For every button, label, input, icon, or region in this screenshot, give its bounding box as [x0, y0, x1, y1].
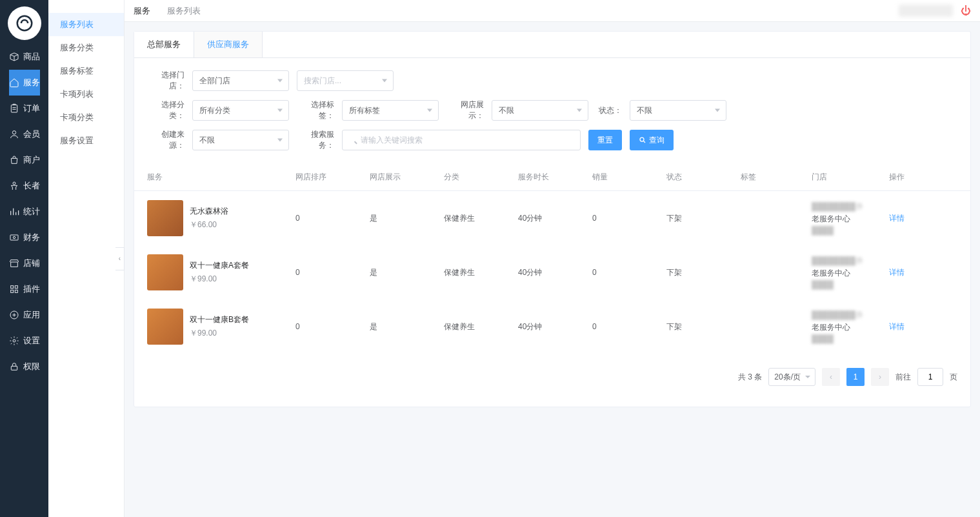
mainnav-item-4[interactable]: 商户	[9, 147, 40, 173]
lock-icon	[9, 361, 19, 372]
logout-icon[interactable]: ⏻	[961, 5, 971, 17]
filter-source-label: 创建来源：	[147, 129, 185, 151]
clipboard-icon	[9, 103, 19, 114]
collapse-handle[interactable]: ‹	[115, 247, 125, 270]
mainnav-item-2[interactable]: 订单	[9, 96, 40, 121]
svg-point-0	[17, 16, 32, 31]
mainnav-item-5[interactable]: 长者	[9, 173, 40, 199]
filter-search-input[interactable]	[342, 130, 581, 150]
user-info	[899, 5, 953, 17]
subnav-item-4[interactable]: 卡项分类	[48, 106, 124, 129]
gear-icon	[9, 336, 19, 346]
svg-point-13	[640, 137, 644, 141]
mainnav-item-8[interactable]: 店铺	[9, 250, 40, 276]
cube-icon	[9, 52, 19, 62]
pagination: 共 3 条 20条/页 ‹ 1 › 前往 页	[134, 354, 970, 407]
tabs: 总部服务供应商服务	[134, 32, 970, 58]
subnav-item-1[interactable]: 服务分类	[48, 36, 124, 59]
svg-rect-4	[10, 235, 18, 240]
table-row: 双十一健康A套餐￥99.000是保健养生40分钟0下架████████养老服务中…	[134, 245, 970, 299]
mainnav-item-11[interactable]: 设置	[9, 328, 40, 354]
mainnav-item-9[interactable]: 插件	[9, 276, 40, 302]
filter-shop-select[interactable]: 不限	[492, 100, 588, 121]
filter-shop-label: 网店展示：	[446, 99, 484, 121]
sub-nav: 服务列表服务分类服务标签卡项列表卡项分类服务设置 ‹	[48, 0, 125, 517]
svg-rect-1	[11, 105, 17, 112]
tab-0[interactable]: 总部服务	[134, 32, 194, 57]
detail-link[interactable]: 详情	[889, 214, 905, 223]
mainnav-item-10[interactable]: 应用	[9, 302, 40, 328]
pager-prev[interactable]: ‹	[822, 368, 840, 386]
mainnav-item-7[interactable]: 财务	[9, 225, 40, 250]
filter-store-label: 选择门店：	[147, 70, 185, 92]
pager-goto-suffix: 页	[950, 372, 957, 383]
table-header: 服务 网店排序 网店展示 分类 服务时长 销量 状态 标签 门店 操作	[134, 164, 970, 191]
service-thumb	[147, 309, 183, 345]
mainnav-item-12[interactable]: 权限	[9, 354, 40, 380]
user-icon	[9, 129, 19, 139]
service-name: 双十一健康A套餐	[190, 260, 249, 271]
filter-cat-select[interactable]: 所有分类	[192, 100, 289, 121]
mainnav-item-6[interactable]: 统计	[9, 199, 40, 225]
service-thumb	[147, 200, 183, 236]
detail-link[interactable]: 详情	[889, 268, 905, 277]
filter-status-label: 状态：	[596, 105, 622, 116]
query-button[interactable]: 查询	[630, 130, 674, 150]
tab-1[interactable]: 供应商服务	[194, 32, 263, 57]
service-price: ￥99.00	[190, 328, 249, 339]
mainnav-item-1[interactable]: 服务	[9, 70, 40, 96]
filter-tag-select[interactable]: 所有标签	[342, 100, 439, 121]
table-row: 无水森林浴￥66.000是保健养生40分钟0下架████████养老服务中心██…	[134, 191, 970, 245]
money-icon	[9, 232, 19, 243]
svg-rect-8	[10, 290, 13, 292]
detail-link[interactable]: 详情	[889, 322, 905, 331]
svg-rect-7	[15, 286, 17, 289]
filter-cat-label: 选择分类：	[147, 99, 185, 121]
elder-icon	[9, 181, 19, 191]
subnav-item-0[interactable]: 服务列表	[48, 13, 124, 36]
logo	[8, 6, 41, 40]
bars-icon	[9, 207, 19, 217]
svg-rect-9	[15, 290, 17, 292]
pager-page-1[interactable]: 1	[846, 368, 865, 386]
home-icon	[9, 77, 19, 88]
service-name: 双十一健康B套餐	[190, 314, 249, 325]
svg-point-11	[13, 340, 15, 342]
reset-button[interactable]: 重置	[588, 130, 622, 150]
breadcrumb-root: 服务	[134, 5, 150, 17]
table-row: 双十一健康B套餐￥99.000是保健养生40分钟0下架████████养老服务中…	[134, 299, 970, 354]
main-nav: 商品服务订单会员商户长者统计财务店铺插件应用设置权限	[0, 0, 48, 517]
app-icon	[9, 310, 19, 320]
service-name: 无水森林浴	[190, 206, 228, 217]
bag-icon	[9, 155, 19, 165]
pager-goto-input[interactable]	[917, 368, 943, 386]
pager-size-select[interactable]: 20条/页	[768, 368, 815, 386]
grid-icon	[9, 284, 19, 294]
service-price: ￥99.00	[190, 274, 249, 285]
filter-store-select[interactable]: 全部门店	[192, 70, 289, 91]
subnav-item-5[interactable]: 服务设置	[48, 129, 124, 152]
mainnav-item-0[interactable]: 商品	[9, 44, 40, 70]
svg-line-14	[644, 141, 646, 143]
filter-store-search[interactable]: 搜索门店...	[297, 70, 394, 91]
filter-source-select[interactable]: 不限	[192, 130, 289, 150]
main-panel: 总部服务供应商服务 选择门店： 全部门店 搜索门店... 选择分类： 所有分类 …	[134, 31, 971, 407]
service-price: ￥66.00	[190, 219, 228, 230]
svg-point-3	[13, 182, 15, 185]
pager-goto-label: 前往	[895, 372, 911, 383]
filter-status-select[interactable]: 不限	[630, 100, 726, 121]
subnav-item-2[interactable]: 服务标签	[48, 59, 124, 83]
topbar: 服务 服务列表 ⏻	[125, 0, 980, 22]
svg-rect-6	[10, 286, 13, 289]
pager-total: 共 3 条	[738, 372, 762, 383]
service-thumb	[147, 254, 183, 290]
svg-point-2	[12, 131, 15, 134]
subnav-item-3[interactable]: 卡项列表	[48, 83, 124, 106]
svg-rect-12	[11, 366, 17, 370]
breadcrumb-page: 服务列表	[167, 5, 201, 17]
filter-search-label: 搜索服务：	[297, 129, 334, 151]
shop-icon	[9, 258, 19, 269]
mainnav-item-3[interactable]: 会员	[9, 121, 40, 147]
pager-next[interactable]: ›	[871, 368, 889, 386]
filter-tag-label: 选择标签：	[297, 99, 334, 121]
